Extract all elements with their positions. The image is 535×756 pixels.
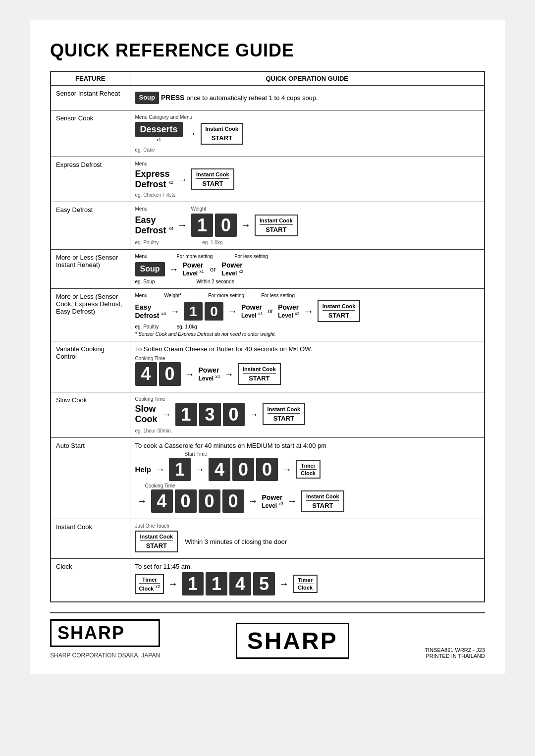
table-row: Slow Cook Cooking Time Slow Cook → 1 3 0… (51, 392, 484, 437)
express-label: Express (135, 169, 174, 179)
num-4-cl-button[interactable]: 4 (229, 572, 251, 595)
instant-cook-start-button[interactable]: Instant Cook START (135, 531, 178, 552)
num-0c-button[interactable]: 0 (175, 489, 197, 513)
num-1-button[interactable]: 1 (184, 302, 203, 321)
feature-more-or-less-sced: More or Less (Sensor Cook, Express Defro… (51, 289, 130, 341)
soup-button[interactable]: Soup (135, 92, 160, 104)
within-label: Within 2 seconds (197, 279, 234, 284)
instant-cook-start-button[interactable]: Instant Cook START (263, 403, 306, 425)
num-0-button[interactable]: 0 (205, 302, 223, 321)
timer-clock-button[interactable]: Timer Clock (296, 460, 321, 479)
soup-button[interactable]: Soup (135, 262, 165, 276)
num-5-cl-button[interactable]: 5 (253, 572, 275, 595)
timer-clock-start-button[interactable]: Timer Clock x2 (135, 574, 164, 594)
reheat-desc: once to automatically reheat 1 to 4 cups… (186, 94, 318, 102)
op-express-defrost: Menu Express Defrost x2 → Instant Cook S… (130, 157, 484, 202)
op-easy-defrost: Menu Weight Easy Defrost x4 → 1 0 → I (130, 202, 484, 250)
op-slow-cook: Cooking Time Slow Cook → 1 3 0 → Instant… (130, 392, 484, 437)
power-level-vc-button[interactable]: Power Level x4 (199, 366, 220, 382)
help-label: Help (135, 465, 152, 474)
page-title: QUICK REFERENCE GUIDE (50, 40, 485, 61)
defrost-label: Defrost x2 (135, 179, 174, 190)
instant-cook-start-button[interactable]: Instant Cook START (255, 215, 298, 236)
power-level-as-button[interactable]: Power Level x3 (262, 493, 284, 509)
example-menu-label: eg. Poultry (135, 324, 175, 329)
page: QUICK REFERENCE GUIDE FEATURE QUICK OPER… (30, 20, 505, 674)
op-variable-cooking: To Soften Cream Cheese or Butter for 40 … (130, 341, 484, 392)
feature-sensor-cook: Sensor Cook (51, 110, 130, 157)
op-sensor-cook: Menu Category and Menu Desserts x1 → Ins… (130, 110, 484, 157)
footer-left: SHARP SHARP CORPORATION OSAKA, JAPAN (50, 619, 160, 659)
num-0b-button[interactable]: 0 (256, 458, 278, 481)
num-0-button[interactable]: 0 (232, 458, 254, 481)
instant-cook-start-button[interactable]: Instant Cook START (201, 123, 244, 145)
num-0d-button[interactable]: 0 (199, 489, 220, 513)
table-row: Auto Start To cook a Casserole for 40 mi… (51, 437, 484, 519)
table-row: More or Less (Sensor Instant Reheat) Men… (51, 250, 484, 289)
footer: SHARP SHARP CORPORATION OSAKA, JAPAN SHA… (50, 612, 485, 659)
arrow-icon: → (137, 495, 147, 507)
example-label: eg. Cake (135, 147, 480, 153)
num-1-button[interactable]: 1 (191, 214, 213, 237)
company-name: SHARP CORPORATION OSAKA, JAPAN (50, 652, 160, 659)
power-level-less-button[interactable]: Power Level x2 (222, 261, 244, 277)
num-4-button[interactable]: 4 (209, 458, 230, 481)
timer-clock-end-button[interactable]: Timer Clock (293, 575, 318, 593)
example-label: eg. Chicken Fillets (135, 192, 480, 198)
arrow-icon: → (177, 174, 187, 185)
instant-cook-start-button[interactable]: Instant Cook START (191, 168, 234, 190)
num-4-button[interactable]: 4 (135, 362, 157, 385)
power-level-more-button[interactable]: Power Level x1 (183, 261, 205, 277)
example-label: eg. 1hour 30min. (135, 428, 480, 433)
table-row: More or Less (Sensor Cook, Express Defro… (51, 289, 484, 341)
op-more-or-less-sir: Menu For more setting For less setting S… (130, 250, 484, 289)
num-0-button[interactable]: 0 (223, 403, 245, 426)
op-more-or-less-sced: Menu Weight* For more setting For less s… (130, 289, 484, 341)
press-label: PRESS (161, 94, 184, 102)
easy2-label: Easy (135, 303, 166, 311)
instant-cook-start-button[interactable]: Instant Cook START (318, 300, 361, 322)
feature-clock: Clock (51, 559, 130, 602)
power-level-more2-button[interactable]: Power Level x1 (241, 303, 263, 319)
op-instant-cook: Just One Touch Instant Cook START Within… (130, 519, 484, 559)
variable-desc: To Soften Cream Cheese or Butter for 40 … (135, 345, 480, 353)
sharp-logo-left: SHARP (50, 619, 160, 647)
model-label: TINSEA891 WRRZ - J23 (425, 647, 485, 653)
arrow-icon: → (169, 264, 179, 275)
print-info-label: PRINTED IN THAILAND (425, 653, 485, 659)
table-row: Easy Defrost Menu Weight Easy Defrost x4… (51, 202, 484, 250)
desserts-button[interactable]: Desserts (135, 122, 183, 137)
feature-auto-start: Auto Start (51, 437, 130, 519)
op-auto-start: To cook a Casserole for 40 minutes on ME… (130, 437, 484, 519)
num-1b-cl-button[interactable]: 1 (206, 572, 227, 595)
arrow-icon: → (287, 495, 297, 507)
num-3-button[interactable]: 3 (199, 403, 221, 426)
num-0e-button[interactable]: 0 (222, 489, 244, 513)
op-clock: To set for 11:45 am. Timer Clock x2 → 1 … (130, 559, 484, 602)
instant-cook-start-button[interactable]: Instant Cook START (238, 363, 281, 385)
col1-header: FEATURE (51, 71, 130, 86)
num-1-button[interactable]: 1 (175, 403, 197, 426)
arrow-icon: → (282, 464, 292, 475)
arrow-icon: → (224, 369, 234, 380)
example-label: eg. Soup (135, 279, 165, 284)
num-1-button[interactable]: 1 (169, 458, 191, 481)
feature-variable-cooking: Variable Cooking Control (51, 341, 130, 392)
slow-label: Slow (135, 404, 158, 414)
feature-more-or-less-sir: More or Less (Sensor Instant Reheat) (51, 250, 130, 289)
table-row: Sensor Cook Menu Category and Menu Desse… (51, 110, 484, 157)
instant-cook-start-button[interactable]: Instant Cook START (301, 490, 344, 512)
num-4c-button[interactable]: 4 (151, 489, 173, 513)
table-row: Sensor Instant Reheat Soup PRESS once to… (51, 86, 484, 110)
feature-easy-defrost: Easy Defrost (51, 202, 130, 250)
col2-header: QUICK OPERATION GUIDE (130, 71, 484, 86)
num-1-cl-button[interactable]: 1 (182, 572, 204, 595)
num-0-button[interactable]: 0 (215, 214, 237, 237)
num-0-button[interactable]: 0 (159, 362, 181, 385)
feature-instant-cook: Instant Cook (51, 519, 130, 559)
power-level-less2-button[interactable]: Power Level x2 (278, 303, 300, 319)
feature-sensor-instant-reheat: Sensor Instant Reheat (51, 86, 130, 110)
arrow-icon: → (195, 464, 205, 475)
or-label: or (210, 266, 216, 273)
example-weight-label: eg. 1.0kg (177, 324, 197, 329)
